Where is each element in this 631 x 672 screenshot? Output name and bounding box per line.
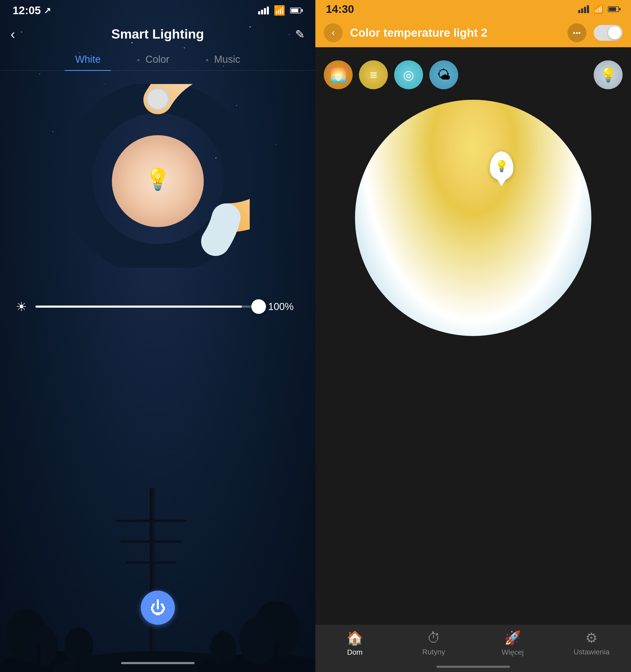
slider-fill <box>36 306 242 308</box>
svg-rect-7 <box>116 520 186 522</box>
right-battery-icon <box>608 6 621 12</box>
tree-silhouette <box>0 488 316 672</box>
right-signal-icon <box>578 5 589 13</box>
dom-label: Dom <box>347 648 363 656</box>
svg-rect-9 <box>126 562 176 563</box>
svg-rect-15 <box>37 646 41 672</box>
right-page-title: Color temperature light 2 <box>350 26 560 39</box>
ustawienia-label: Ustawienia <box>574 648 609 656</box>
tab-wiecej[interactable]: 🚀 Więcej <box>473 630 552 656</box>
home-indicator <box>121 662 194 664</box>
signal-icon <box>258 6 269 15</box>
power-toggle[interactable] <box>594 25 623 41</box>
status-bar: 12:05 ↗ 📶 <box>0 0 316 21</box>
brightness-slider[interactable] <box>36 306 260 308</box>
right-panel: 14:30 📶 ‹ Color temperature light 2 ••• <box>316 0 631 672</box>
tab-color-label: Color <box>145 54 169 65</box>
tab-music-label: Music <box>214 54 240 65</box>
edit-button[interactable]: ✎ <box>295 28 305 41</box>
tab-music[interactable]: Music <box>188 49 259 70</box>
right-wifi-icon: 📶 <box>593 4 604 14</box>
mode-icon-bulb[interactable]: 💡 <box>594 61 623 89</box>
status-icons: 📶 <box>258 5 303 16</box>
more-options-button[interactable]: ••• <box>567 23 586 42</box>
brightness-value: 100% <box>268 301 300 312</box>
right-time: 14:30 <box>326 3 354 16</box>
mode-icon-weather[interactable]: 🌤 <box>429 61 458 89</box>
svg-rect-8 <box>121 541 181 543</box>
tab-dom[interactable]: 🏠 Dom <box>316 630 394 656</box>
mode-icon-rings[interactable]: ◎ <box>394 61 423 89</box>
left-panel: 12:05 ↗ 📶 ‹ Smart Lighting ✎ <box>0 0 316 672</box>
right-back-button[interactable]: ‹ <box>324 23 343 42</box>
wiecej-label: Więcej <box>501 648 523 656</box>
right-home-indicator <box>437 666 510 668</box>
tab-ustawienia[interactable]: ⚙ Ustawienia <box>552 630 631 656</box>
brightness-section: ☀ 100% <box>16 299 300 314</box>
dial-svg: 💡 <box>66 84 250 268</box>
right-status-icons: 📶 <box>578 4 621 14</box>
toggle-knob <box>608 26 621 39</box>
svg-point-14 <box>26 625 58 667</box>
mode-icon-list[interactable]: ≡ <box>359 61 388 89</box>
rings-icon: ◎ <box>403 68 414 82</box>
tab-dot-2 <box>206 59 208 61</box>
rutyny-icon: ⏱ <box>427 630 441 646</box>
power-button-container: ⏻ <box>141 591 175 625</box>
bottom-tab-bar: 🏠 Dom ⏱ Rutyny 🚀 Więcej ⚙ Ustawienia <box>316 625 631 672</box>
dom-icon: 🏠 <box>346 630 364 646</box>
temperature-pin[interactable]: 💡 <box>490 151 513 180</box>
svg-rect-18 <box>273 646 278 672</box>
svg-rect-20 <box>77 656 80 672</box>
tab-bar: White Color Music <box>0 49 316 71</box>
temperature-dial[interactable]: 💡 <box>66 84 250 268</box>
wifi-icon: 📶 <box>274 5 285 16</box>
brightness-icon: ☀ <box>16 299 27 314</box>
location-arrow-icon: ↗ <box>44 5 51 16</box>
more-icon: ••• <box>573 29 581 37</box>
svg-rect-6 <box>152 488 155 672</box>
right-nav-row: ‹ Color temperature light 2 ••• <box>316 18 631 47</box>
power-button[interactable]: ⏻ <box>141 591 175 625</box>
wiecej-icon: 🚀 <box>504 630 521 646</box>
color-circle: 💡 <box>355 100 591 336</box>
sunset-icon: 🌅 <box>330 67 347 83</box>
right-back-icon: ‹ <box>332 27 335 38</box>
bulb-icon: 💡 <box>600 67 617 83</box>
power-icon: ⏻ <box>150 599 166 617</box>
svg-point-4 <box>148 89 168 109</box>
tab-rutyny[interactable]: ⏱ Rutyny <box>394 630 473 656</box>
time-text: 12:05 <box>13 4 41 17</box>
navigation-bar: ‹ Smart Lighting ✎ <box>0 21 316 47</box>
tab-dot <box>137 59 139 61</box>
svg-text:💡: 💡 <box>145 167 171 192</box>
pin-body: 💡 <box>490 151 513 180</box>
svg-point-17 <box>239 617 276 664</box>
tab-white-label: White <box>75 54 100 65</box>
list-icon: ≡ <box>370 68 377 82</box>
battery-icon <box>290 8 303 14</box>
weather-icon: 🌤 <box>437 67 451 83</box>
pin-bulb-icon: 💡 <box>495 160 508 172</box>
color-temperature-wheel[interactable]: 💡 <box>355 100 591 336</box>
time-display: 12:05 ↗ <box>13 4 51 17</box>
tab-white[interactable]: White <box>57 49 119 70</box>
right-status-bar: 14:30 📶 <box>316 0 631 18</box>
page-title: Smart Lighting <box>111 26 204 42</box>
slider-thumb[interactable] <box>251 299 266 314</box>
mode-icon-row: 🌅 ≡ ◎ 🌤 💡 <box>324 61 623 89</box>
mode-icon-sunset[interactable]: 🌅 <box>324 61 353 89</box>
svg-rect-22 <box>221 657 224 672</box>
ustawienia-icon: ⚙ <box>585 630 598 646</box>
back-button[interactable]: ‹ <box>10 26 15 42</box>
rutyny-label: Rutyny <box>422 648 445 656</box>
tab-color[interactable]: Color <box>119 49 187 70</box>
